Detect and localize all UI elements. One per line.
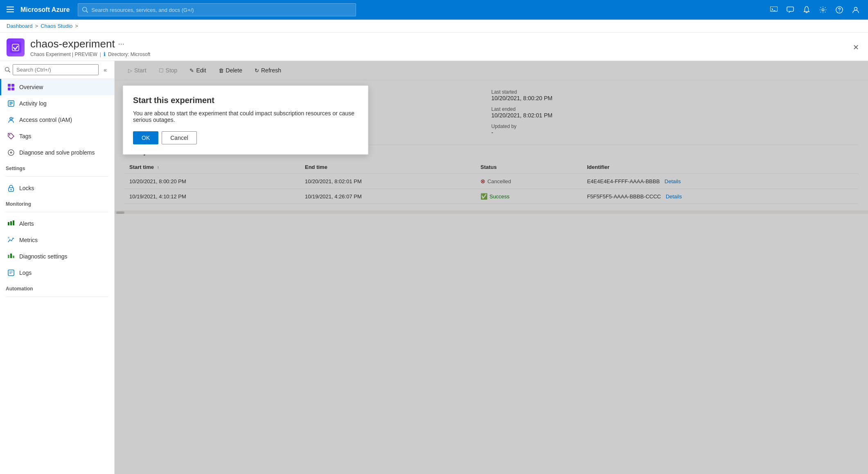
svg-point-26 bbox=[11, 189, 12, 190]
sidebar-search-input[interactable] bbox=[13, 64, 99, 75]
resource-subtitle: Chaos Experiment | PREVIEW | ℹ Directory… bbox=[30, 51, 845, 57]
diagnose-icon bbox=[7, 148, 15, 157]
breadcrumb-sep-2: > bbox=[75, 23, 78, 29]
svg-rect-2 bbox=[7, 11, 14, 12]
cloud-shell-icon[interactable] bbox=[767, 2, 781, 17]
svg-rect-27 bbox=[8, 222, 9, 225]
alerts-icon bbox=[7, 220, 15, 228]
info-icon: ℹ bbox=[104, 51, 106, 57]
breadcrumb: Dashboard > Chaos Studio > bbox=[0, 20, 868, 33]
sidebar-item-diagnostic-settings-label: Diagnostic settings bbox=[19, 253, 68, 260]
feedback-icon[interactable] bbox=[783, 2, 798, 17]
dialog-overlay: Start this experiment You are about to s… bbox=[115, 61, 868, 474]
breadcrumb-dashboard[interactable]: Dashboard bbox=[7, 23, 33, 29]
search-placeholder: Search resources, services, and docs (G+… bbox=[91, 7, 194, 13]
sidebar: « Overview bbox=[0, 61, 115, 474]
sidebar-item-alerts-label: Alerts bbox=[19, 220, 34, 227]
sidebar-search-area: « bbox=[0, 61, 114, 79]
start-experiment-dialog: Start this experiment You are about to s… bbox=[123, 85, 368, 155]
svg-point-6 bbox=[822, 9, 824, 11]
iam-icon bbox=[7, 116, 15, 124]
sidebar-item-diagnostic-settings[interactable]: Diagnostic settings bbox=[0, 248, 114, 265]
hamburger-menu[interactable] bbox=[5, 4, 16, 16]
sidebar-item-activity-log-label: Activity log bbox=[19, 100, 47, 107]
svg-rect-30 bbox=[8, 237, 9, 238]
metrics-icon bbox=[7, 236, 15, 244]
overview-icon bbox=[7, 83, 15, 91]
svg-rect-1 bbox=[7, 9, 14, 10]
activity-log-icon bbox=[7, 99, 15, 108]
top-navigation: Microsoft Azure Search resources, servic… bbox=[0, 0, 868, 20]
sidebar-item-locks-label: Locks bbox=[19, 185, 34, 191]
dialog-buttons: OK Cancel bbox=[133, 131, 358, 144]
svg-rect-34 bbox=[8, 270, 14, 276]
close-button[interactable]: ✕ bbox=[850, 40, 861, 54]
dialog-message: You are about to start the experiment th… bbox=[133, 110, 358, 123]
top-nav-icons bbox=[767, 2, 863, 17]
sidebar-item-activity-log[interactable]: Activity log bbox=[0, 95, 114, 112]
resource-name: chaos-experiment ··· bbox=[30, 38, 845, 50]
svg-point-9 bbox=[854, 7, 857, 10]
sidebar-item-alerts[interactable]: Alerts bbox=[0, 216, 114, 232]
account-icon[interactable] bbox=[848, 2, 863, 17]
dialog-title: Start this experiment bbox=[133, 96, 358, 105]
logs-icon bbox=[7, 269, 15, 277]
svg-rect-13 bbox=[11, 84, 14, 87]
svg-point-8 bbox=[839, 11, 839, 12]
svg-rect-0 bbox=[7, 7, 14, 7]
notifications-icon[interactable] bbox=[799, 2, 814, 17]
dialog-ok-button[interactable]: OK bbox=[133, 131, 158, 144]
svg-point-21 bbox=[11, 118, 11, 119]
tags-icon bbox=[7, 132, 15, 140]
svg-point-22 bbox=[12, 117, 14, 119]
diagnostic-settings-icon bbox=[7, 252, 15, 261]
svg-rect-29 bbox=[13, 220, 14, 225]
sidebar-item-overview-label: Overview bbox=[19, 84, 43, 90]
sidebar-item-tags[interactable]: Tags bbox=[0, 128, 114, 144]
breadcrumb-chaos-studio[interactable]: Chaos Studio bbox=[41, 23, 72, 29]
svg-rect-15 bbox=[11, 88, 14, 90]
automation-section-label: Automation bbox=[0, 281, 114, 293]
svg-rect-10 bbox=[10, 42, 21, 53]
sidebar-item-logs[interactable]: Logs bbox=[0, 265, 114, 281]
sidebar-item-diagnose[interactable]: Diagnose and solve problems bbox=[0, 144, 114, 161]
settings-section-label: Settings bbox=[0, 161, 114, 173]
sidebar-item-tags-label: Tags bbox=[19, 133, 32, 139]
svg-rect-14 bbox=[8, 88, 11, 90]
sidebar-item-logs-label: Logs bbox=[19, 270, 32, 276]
dialog-cancel-button[interactable]: Cancel bbox=[162, 131, 197, 144]
monitoring-section-label: Monitoring bbox=[0, 196, 114, 209]
svg-rect-5 bbox=[787, 7, 794, 11]
help-icon[interactable] bbox=[832, 2, 847, 17]
svg-rect-31 bbox=[8, 255, 9, 258]
sidebar-item-iam[interactable]: Access control (IAM) bbox=[0, 112, 114, 128]
resource-header: chaos-experiment ··· Chaos Experiment | … bbox=[0, 33, 868, 61]
resource-title-area: chaos-experiment ··· Chaos Experiment | … bbox=[30, 38, 845, 57]
svg-rect-28 bbox=[10, 221, 12, 225]
monitoring-divider bbox=[6, 212, 108, 212]
global-search[interactable]: Search resources, services, and docs (G+… bbox=[78, 3, 356, 16]
main-wrapper: Dashboard > Chaos Studio > chaos-experim… bbox=[0, 20, 868, 474]
svg-rect-32 bbox=[10, 254, 12, 258]
locks-icon bbox=[7, 184, 15, 192]
sidebar-item-overview[interactable]: Overview bbox=[0, 79, 114, 95]
sidebar-item-diagnose-label: Diagnose and solve problems bbox=[19, 149, 95, 156]
sidebar-item-metrics[interactable]: Metrics bbox=[0, 232, 114, 248]
brand-name: Microsoft Azure bbox=[20, 6, 70, 13]
content-area: « Overview bbox=[0, 61, 868, 474]
resource-icon bbox=[7, 38, 25, 56]
automation-divider bbox=[6, 297, 108, 297]
main-content: ▷ Start ☐ Stop ✎ Edit 🗑 Delete ↻ Refr bbox=[115, 61, 868, 474]
svg-rect-33 bbox=[13, 256, 14, 258]
svg-rect-12 bbox=[8, 84, 11, 87]
settings-divider bbox=[6, 176, 108, 177]
svg-point-23 bbox=[9, 134, 10, 135]
breadcrumb-sep-1: > bbox=[35, 23, 38, 29]
resource-menu-icon[interactable]: ··· bbox=[118, 40, 124, 48]
sidebar-item-locks[interactable]: Locks bbox=[0, 180, 114, 196]
sidebar-item-metrics-label: Metrics bbox=[19, 237, 38, 243]
sidebar-item-iam-label: Access control (IAM) bbox=[19, 117, 72, 123]
sidebar-collapse-button[interactable]: « bbox=[101, 65, 109, 75]
settings-icon[interactable] bbox=[816, 2, 830, 17]
